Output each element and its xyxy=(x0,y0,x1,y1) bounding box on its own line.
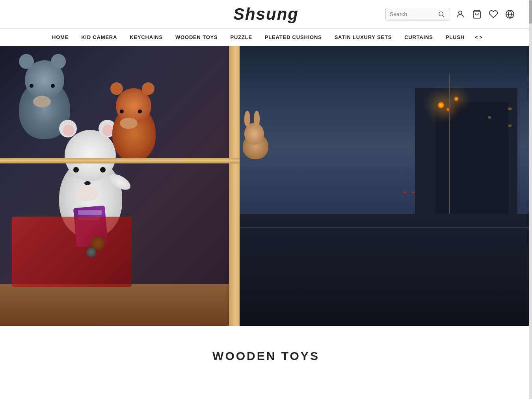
section-title: WOODEN TOYS xyxy=(8,349,524,363)
cart-button[interactable] xyxy=(471,8,483,20)
user-account-button[interactable] xyxy=(454,8,467,20)
brand-logo[interactable]: Shsung xyxy=(233,5,299,24)
header-icons xyxy=(385,8,516,20)
scrollbar-track[interactable] xyxy=(529,0,532,386)
window-left-panel xyxy=(0,46,240,326)
bear-orange xyxy=(108,88,163,159)
main-nav: HOME KID CAMERA KEYCHAINS WOODEN TOYS PU… xyxy=(0,28,532,46)
section-below-hero: WOODEN TOYS xyxy=(0,326,532,386)
nav-item-plush[interactable]: PLUSH xyxy=(439,29,471,46)
nav-item-kid-camera[interactable]: KID CAMERA xyxy=(75,29,123,46)
nav-item-curtains[interactable]: CURTAINS xyxy=(398,29,439,46)
nav-item-pleated-cushions[interactable]: PLEATED CUSHIONS xyxy=(259,29,328,46)
search-input[interactable] xyxy=(390,11,437,17)
hero-image xyxy=(0,46,532,326)
wishlist-button[interactable] xyxy=(487,8,500,20)
header: Shsung xyxy=(0,0,532,28)
nav-more-label: < xyxy=(475,34,478,40)
language-button[interactable] xyxy=(504,8,516,20)
nav-item-puzzle[interactable]: PUZZLE xyxy=(224,29,259,46)
nav-item-wooden-toys[interactable]: WOODEN TOYS xyxy=(169,29,224,46)
svg-line-1 xyxy=(443,15,444,17)
search-button[interactable] xyxy=(437,11,446,18)
bears-right-window xyxy=(240,116,282,256)
svg-point-0 xyxy=(439,12,443,16)
nav-item-satin-luxury-sets[interactable]: SATIN LUXURY SETS xyxy=(328,29,398,46)
window-frame-horizontal xyxy=(0,158,250,163)
nav-item-home[interactable]: HOME xyxy=(46,29,75,46)
nav-more-button[interactable]: < > xyxy=(471,29,486,46)
window-right-panel xyxy=(240,46,532,326)
svg-point-2 xyxy=(459,11,462,14)
nav-item-keychains[interactable]: KEYCHAINS xyxy=(123,29,169,46)
lamp-pole xyxy=(449,74,450,214)
search-bar xyxy=(385,8,450,20)
hero-section xyxy=(0,46,532,326)
scrollbar-thumb[interactable] xyxy=(529,0,532,24)
nav-more-arrow: > xyxy=(479,34,482,40)
